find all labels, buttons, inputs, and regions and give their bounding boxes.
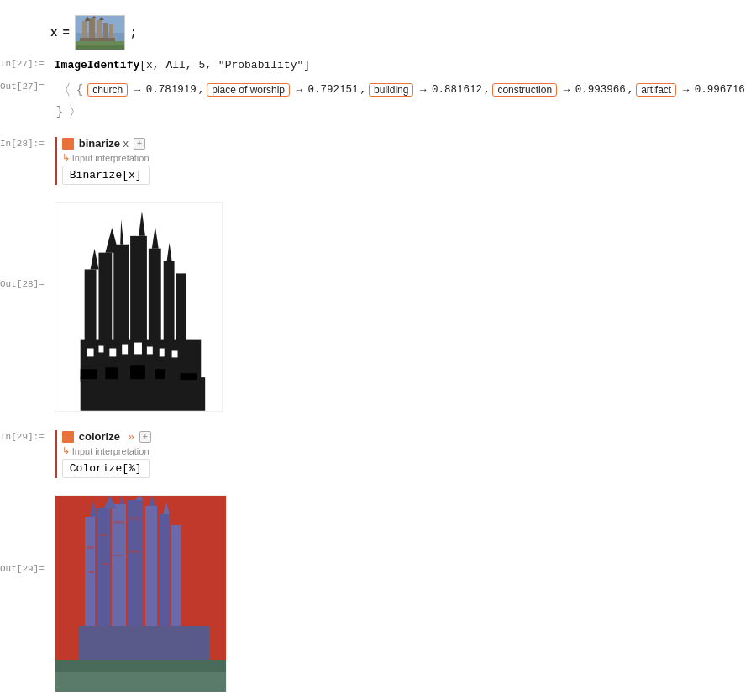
x-var: x: [50, 26, 57, 39]
interp-arrow-28: ↳: [62, 152, 70, 163]
comma-1: ,: [198, 84, 205, 96]
in28-inner: binarize x + ↳ Input interpretation Bina…: [55, 137, 756, 185]
in29-text: colorize: [79, 430, 120, 443]
tag-building: building: [369, 83, 413, 97]
in29-header: colorize » +: [62, 430, 756, 443]
left-bracket: 〈: [56, 80, 71, 100]
svg-rect-58: [55, 672, 227, 692]
interp-label-29: Input interpretation: [72, 446, 150, 456]
binarize-image: [55, 202, 223, 412]
tag-artifact: artifact: [636, 83, 676, 97]
colorize-keyword: colorize: [79, 430, 120, 443]
svg-rect-34: [147, 347, 153, 355]
in28-text: binarize x: [79, 137, 129, 150]
arrow-3: →: [417, 84, 428, 96]
in28-interp: ↳ Input interpretation: [62, 152, 756, 163]
value-place-of-worship: 0.792151: [308, 84, 359, 96]
imageidentify-keyword: ImageIdentify: [55, 59, 139, 71]
interp-arrow-29: ↳: [62, 445, 70, 456]
add-button-29[interactable]: +: [139, 431, 151, 443]
svg-rect-64: [102, 563, 109, 565]
tag-construction: construction: [492, 83, 557, 97]
svg-rect-66: [129, 550, 139, 553]
equals-sign: =: [62, 26, 69, 39]
x-assign-line: x = ;: [0, 8, 756, 54]
in28-code[interactable]: Binarize[x]: [62, 166, 150, 185]
svg-rect-61: [114, 521, 124, 524]
out27-label: Out[27]=: [0, 80, 51, 92]
out28-label: Out[28]=: [0, 195, 51, 289]
in27-content: ImageIdentify[x, All, 5, "Probability"]: [51, 57, 756, 73]
svg-rect-36: [171, 350, 177, 357]
semicolon: ;: [130, 26, 137, 39]
arrow-2: →: [294, 84, 305, 96]
sagrada-thumbnail: [75, 15, 125, 50]
cell-out27: Out[27]= 〈 { church → 0.781919, place of…: [0, 76, 756, 125]
in28-content: binarize x + ↳ Input interpretation Bina…: [51, 137, 756, 185]
in29-code[interactable]: Colorize[%]: [62, 459, 150, 478]
svg-rect-62: [129, 517, 140, 520]
cell-out29: Out[29]=: [0, 485, 756, 696]
svg-rect-12: [76, 41, 125, 45]
tag-place-of-worship: place of worship: [207, 83, 290, 97]
in29-inner: colorize » + ↳ Input interpretation Colo…: [55, 430, 756, 478]
in29-label: In[29]:=: [0, 430, 51, 442]
comma-3: ,: [484, 84, 491, 96]
out29-label: Out[29]=: [0, 488, 51, 574]
in28-label: In[28]:=: [0, 137, 51, 149]
orange-square-28: [62, 138, 74, 150]
arrow-1: →: [132, 84, 143, 96]
arrow-5: →: [680, 84, 691, 96]
out27-content: 〈 { church → 0.781919, place of worship …: [51, 80, 756, 122]
svg-rect-29: [87, 349, 93, 357]
comma-4: ,: [627, 84, 634, 96]
red-bar-28: [55, 137, 57, 185]
out27-result: 〈 { church → 0.781919, place of worship …: [55, 80, 756, 122]
in29-body: colorize » + ↳ Input interpretation Colo…: [62, 430, 756, 478]
binarize-arg: x: [123, 137, 129, 150]
svg-rect-30: [98, 346, 103, 353]
cell-in27: In[27]:= ImageIdentify[x, All, 5, "Proba…: [0, 54, 756, 76]
continuation-mark: »: [125, 430, 134, 443]
value-church: 0.781919: [146, 84, 197, 96]
svg-rect-14: [81, 377, 206, 411]
cell-in29: In[29]:= colorize » + ↳ Input inter: [0, 427, 756, 482]
notebook: x = ;: [0, 0, 756, 700]
tag-church: church: [87, 83, 128, 97]
svg-rect-38: [105, 367, 118, 379]
binarize-keyword: binarize: [79, 137, 120, 150]
value-construction: 0.993966: [575, 84, 626, 96]
svg-rect-39: [130, 365, 145, 379]
svg-rect-40: [155, 369, 165, 379]
in27-label: In[27]:=: [0, 57, 51, 69]
orange-square-29: [62, 431, 74, 443]
comma-2: ,: [360, 84, 367, 96]
left-brace: {: [76, 83, 83, 97]
in27-code[interactable]: ImageIdentify[x, All, 5, "Probability"]: [55, 57, 756, 73]
in29-content: colorize » + ↳ Input interpretation Colo…: [51, 430, 756, 478]
svg-rect-33: [134, 343, 142, 355]
cell-in28: In[28]:= binarize x + ↳ Input int: [0, 134, 756, 188]
right-brace: }: [56, 105, 63, 118]
bracket-open: [x, All, 5, "Probability"]: [139, 59, 310, 71]
svg-rect-37: [81, 369, 97, 379]
interp-label-28: Input interpretation: [72, 153, 150, 163]
in29-interp: ↳ Input interpretation: [62, 445, 756, 456]
colorize-image: [55, 495, 227, 692]
svg-rect-31: [109, 349, 116, 357]
red-bar-29: [55, 430, 57, 478]
value-building: 0.881612: [432, 84, 482, 96]
svg-rect-32: [122, 345, 128, 355]
svg-rect-35: [160, 349, 165, 357]
svg-rect-65: [114, 555, 123, 556]
in28-body: binarize x + ↳ Input interpretation Bina…: [62, 137, 756, 185]
cell-out28: Out[28]=: [0, 192, 756, 415]
right-bracket: 〉: [68, 102, 83, 122]
add-button-28[interactable]: +: [134, 138, 145, 150]
svg-rect-59: [87, 546, 93, 549]
in28-header: binarize x +: [62, 137, 756, 150]
out28-content: [51, 195, 756, 412]
out29-content: [51, 488, 756, 692]
svg-rect-63: [89, 571, 94, 573]
arrow-4: →: [561, 84, 572, 96]
